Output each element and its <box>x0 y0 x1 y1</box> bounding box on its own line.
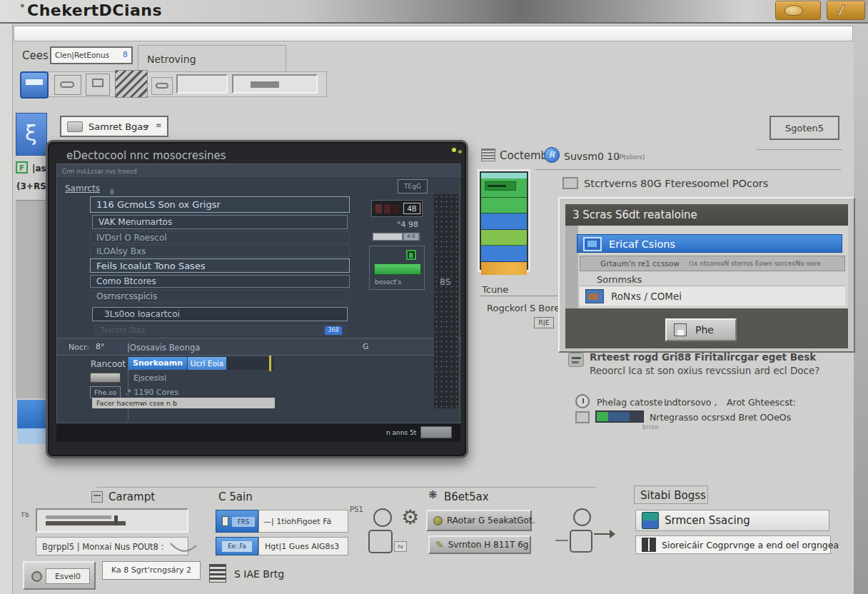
bsetsax-header: B6et5ax <box>444 490 489 503</box>
stack-teal <box>481 173 527 178</box>
popup-titlebar[interactable]: 3 Scras S6dt reataloine <box>565 204 848 226</box>
toolbar-icon-1[interactable] <box>54 75 81 95</box>
layer-stack <box>480 171 528 270</box>
field-row-4[interactable]: ILOAlsy Bxs <box>90 245 350 257</box>
indtorsovo-label: Indtorsovo , <box>664 397 717 408</box>
toolbar-field-2[interactable] <box>232 74 318 94</box>
field-row-7[interactable]: Osrnsrcsspicis <box>90 290 350 303</box>
sioreicair-button[interactable]: Sioreicáir Cogprvnge a end oel orgngea <box>635 535 831 554</box>
dropdown-value: Clen|RetEonus <box>55 51 109 59</box>
field-row-5[interactable]: Feils Icoalut Tono Sases <box>90 258 350 273</box>
blue-chip-1[interactable]: FRS <box>216 510 258 533</box>
window-control-button-2[interactable] <box>827 1 865 20</box>
window-control-button-1[interactable] <box>775 1 821 20</box>
svrnton-button[interactable]: ✎ Svrnton H 811T 6g <box>428 535 531 554</box>
phe-button[interactable]: Phe <box>665 318 737 341</box>
strip-label: 8S <box>440 277 450 287</box>
field-row-3[interactable]: IVDsrl O Roescol <box>90 231 350 243</box>
slider-badge: 4:0 <box>404 233 418 240</box>
chip1-field[interactable]: —| 1tiohFigoet Fá <box>258 510 348 533</box>
field-row-6[interactable]: Como Btcores <box>90 275 350 288</box>
seg-3 <box>393 204 399 213</box>
r-glyph: R <box>549 150 555 160</box>
green-progress-bar <box>374 263 421 275</box>
field-row-9[interactable]: Tsxcsto Duts 368 <box>94 325 347 336</box>
bgrppl-row[interactable]: Bgrppl5 | Monxai Nus POUt8 : <box>36 537 188 555</box>
printer-icon[interactable] <box>20 71 49 99</box>
toolbar-icon-2[interactable] <box>86 74 110 96</box>
chip2-text: Ee:.Fa <box>228 543 246 550</box>
sidebar-blue-strip <box>17 400 47 428</box>
samrcts-label[interactable]: Samrcts <box>65 183 100 193</box>
ka-box[interactable]: Ka 8 Sgrt'rcngsáry 2 <box>102 561 201 580</box>
toolbar-field-1[interactable] <box>176 74 228 94</box>
right-edge-scroll-strip[interactable] <box>854 24 868 594</box>
popup-item-2[interactable]: Sornmsks <box>597 274 642 285</box>
fa-mini-box: Fa <box>394 541 407 552</box>
tab-netroving[interactable]: Netroving <box>147 54 196 65</box>
carampt-field[interactable] <box>36 508 188 533</box>
page-glyph <box>92 79 104 87</box>
ptsliors-label: (Ptsliors) <box>617 153 645 161</box>
titlebar-divider <box>0 22 868 24</box>
drive-inner <box>588 293 598 300</box>
phelag-label: Phelag catoste , <box>597 397 668 408</box>
esvel-button[interactable]: Esvel0 <box>23 561 96 590</box>
folder-icon <box>67 121 83 132</box>
clip-glyph <box>60 81 74 88</box>
table-r3-selected[interactable]: Facer hacemwi csse n b <box>92 398 275 408</box>
sidebar-tile-active[interactable]: ξ <box>16 113 47 156</box>
b-status-icon: B <box>406 250 416 260</box>
cees-label: Cees <box>22 49 49 62</box>
rle-badge[interactable]: R|E <box>534 317 554 328</box>
person-icon-2-body <box>570 530 592 553</box>
ps1-label: PS1 <box>350 505 363 513</box>
r-circle-icon[interactable]: R <box>544 147 560 163</box>
popup-title: 3 Scras S6dt reataloine <box>572 208 697 221</box>
popup-item-3[interactable]: RoNxs / COMei <box>580 286 845 306</box>
blue-chip-2[interactable]: Ee:.Fa <box>216 537 258 555</box>
field-text: IVDsrl O Roescol <box>96 233 167 243</box>
dropdown-field[interactable]: Clen|RetEonus 8 <box>50 46 133 64</box>
temp-readout: °4 98 <box>397 220 418 229</box>
display-widget: 4B <box>371 200 423 217</box>
monitor-window: eDectocool nnc mosocresines Crm nvLLcsar… <box>46 140 468 458</box>
roscrl-label: Rogckorl S Bores <box>487 303 565 313</box>
statusbar-button[interactable] <box>420 426 452 438</box>
header-divider <box>535 169 841 170</box>
gear-icon[interactable]: ⚙ <box>401 505 419 529</box>
floppy-icon <box>674 323 687 336</box>
siae-list-icon <box>209 564 226 583</box>
dropdown-chevron-icon[interactable]: 8 <box>123 50 128 59</box>
popup-item-selected[interactable]: Ericaf Csions <box>577 234 842 253</box>
screen-status-strip: Crm nvLLcsar nvs trsecd <box>57 164 461 178</box>
table-r1: Ejscesisi <box>133 373 166 383</box>
note-value: 8° <box>96 342 105 351</box>
popup-body: Ericaf Csions Grtaum'n re1 ccssow ()x nt… <box>565 226 848 308</box>
grid-icon <box>642 538 656 552</box>
progress-checkbox[interactable] <box>575 411 590 423</box>
checkbox[interactable] <box>562 177 578 189</box>
arrow-right-head <box>610 530 615 538</box>
field-row-8[interactable]: 3Ls0oo Ioacartcoi <box>92 307 348 321</box>
progress-fill-green <box>597 412 608 421</box>
field-row-2[interactable]: VAK Menurnartos <box>92 215 348 229</box>
table-header-col2[interactable]: Ucrl Eoia <box>188 357 226 370</box>
tegg-tab[interactable]: TEgG <box>398 179 428 193</box>
note-label: Nocr: <box>69 343 89 352</box>
textured-strip: 8S <box>434 194 458 408</box>
toolbar-icon-layers[interactable] <box>115 70 148 98</box>
samret-bgas-button[interactable]: Samret Bgas ▾ ≡ <box>60 116 168 137</box>
sidebar-item-qhrs[interactable]: (3+RS <box>16 181 46 191</box>
field-row-1[interactable]: 116 GcmoLS Son ox Grigsr <box>90 196 350 213</box>
chip2-field[interactable]: Hgt|1 Gues AIG8s3 <box>258 537 348 555</box>
slider[interactable]: 4:0 <box>372 232 420 241</box>
person-icon-2-head <box>573 508 591 526</box>
toolbar-icon-3[interactable] <box>151 77 173 95</box>
sgotens-button[interactable]: Sgoten5 <box>769 116 839 140</box>
popup-item-gray[interactable]: Grtaum'n re1 ccssow ()x ntcoreoN sterros… <box>580 256 845 271</box>
table-cell-fheso[interactable]: Fhe.so <box>90 386 121 398</box>
table-header-col1[interactable]: Snorkoamn <box>128 357 187 370</box>
raotar-button[interactable]: RAotar G 5eakatGot. <box>426 510 532 531</box>
srmcen-button[interactable]: Srmcen Ssacing <box>635 510 829 531</box>
